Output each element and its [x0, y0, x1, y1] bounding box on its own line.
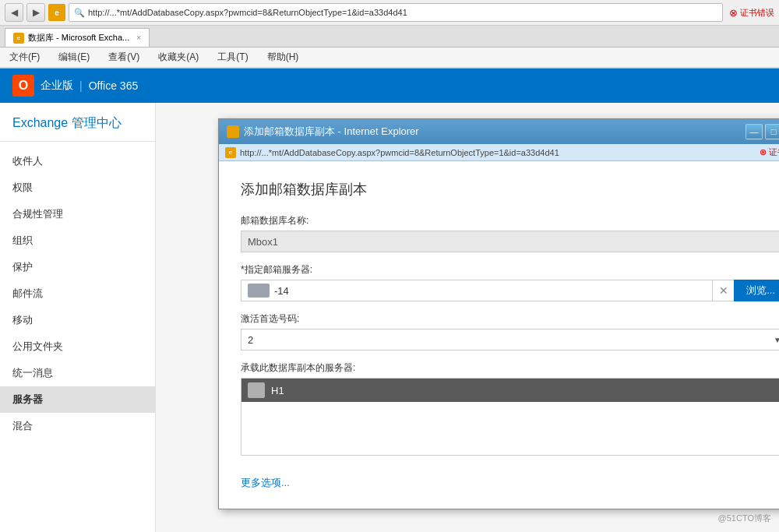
sidebar-item-protection[interactable]: 保护 [0, 254, 155, 280]
mailbox-server-group: *指定邮箱服务器: -14 ✕ 浏览... 使用此字段可选择要在其上添加新数据库… [241, 263, 779, 301]
servers-label: 承载此数据库副本的服务器: [241, 361, 779, 375]
db-name-label: 邮箱数据库名称: [241, 214, 779, 227]
tab-favicon: e [13, 33, 24, 44]
content-area: Exchange 管理中心 收件人 权限 合规性管理 组织 保护 邮件流 移动 … [0, 103, 779, 532]
server-value-icon [248, 284, 270, 298]
servers-group: 承载此数据库副本的服务器: H1 [241, 361, 779, 456]
main-panel: 添加邮箱数据库副本 - Internet Explorer — □ ✕ e ht… [156, 103, 779, 532]
menu-bar: 文件(F) 编辑(E) 查看(V) 收藏夹(A) 工具(T) 帮助(H) [0, 48, 779, 68]
dialog-content: 添加邮箱数据库副本 邮箱数据库名称: document.currentScrip… [219, 161, 779, 509]
cert-error-label: 证书错误 [740, 7, 774, 19]
dialog-title-text: 添加邮箱数据库副本 - Internet Explorer [244, 125, 419, 139]
watermark: @51CTO博客 [718, 513, 771, 524]
dialog-address-bar: e http://...*mt/AddDatabaseCopy.aspx?pwm… [219, 144, 779, 161]
browser-toolbar: ◀ ▶ e 🔍 http://...*mt/AddDatabaseCopy.as… [0, 0, 779, 26]
search-icon: 🔍 [74, 8, 85, 18]
dialog-form-title: 添加邮箱数据库副本 [241, 180, 779, 199]
sidebar-item-mobile[interactable]: 移动 [0, 307, 155, 333]
activation-select-wrapper: 1 2 3 4 5 [241, 329, 779, 351]
sidebar-item-organization[interactable]: 组织 [0, 227, 155, 254]
db-name-group: 邮箱数据库名称: document.currentScript.previous… [241, 214, 779, 252]
browser-chrome: ◀ ▶ e 🔍 http://...*mt/AddDatabaseCopy.as… [0, 0, 779, 69]
mailbox-server-value: -14 [274, 285, 289, 297]
server-item-name: H1 [271, 385, 284, 396]
sidebar-item-hybrid[interactable]: 混合 [0, 413, 155, 439]
dialog-minimize-button[interactable]: — [746, 124, 763, 139]
forward-button[interactable]: ▶ [26, 3, 45, 22]
add-database-copy-dialog: 添加邮箱数据库副本 - Internet Explorer — □ ✕ e ht… [218, 118, 779, 509]
tab-label: 数据库 - Microsoft Excha... [28, 32, 129, 44]
list-item[interactable]: H1 [241, 379, 779, 402]
activation-group: 激活首选号码: 1 2 3 4 5 [241, 312, 779, 351]
db-name-input [241, 231, 779, 252]
app-container: O 企业版 | Office 365 Exchange 管理中心 收件人 权限 … [0, 69, 779, 532]
server-list: H1 [241, 378, 779, 456]
address-url: http://...*mt/AddDatabaseCopy.aspx?pwmci… [88, 8, 717, 17]
browse-server-button[interactable]: 浏览... [734, 280, 779, 301]
dialog-titlebar: 添加邮箱数据库副本 - Internet Explorer — □ ✕ [219, 119, 779, 144]
tab-bar: e 数据库 - Microsoft Excha... × [0, 26, 779, 48]
dialog-maximize-button[interactable]: □ [765, 124, 779, 139]
menu-help[interactable]: 帮助(H) [264, 49, 302, 65]
edition-label: 企业版 [41, 79, 73, 93]
app-title: Exchange 管理中心 [0, 109, 155, 142]
sidebar-item-permissions[interactable]: 权限 [0, 174, 155, 201]
sidebar-item-mailflow[interactable]: 邮件流 [0, 280, 155, 307]
back-button[interactable]: ◀ [5, 3, 23, 22]
menu-view[interactable]: 查看(V) [105, 49, 143, 65]
browser-icon: e [48, 4, 65, 21]
sidebar-item-compliance[interactable]: 合规性管理 [0, 201, 155, 227]
menu-edit[interactable]: 编辑(E) [55, 49, 93, 65]
sidebar-item-um[interactable]: 统一消息 [0, 360, 155, 386]
cert-error-icon: ⊗ [729, 7, 738, 19]
header-divider: | [79, 79, 83, 92]
sidebar-item-publicfolders[interactable]: 公用文件夹 [0, 333, 155, 360]
app-header: O 企业版 | Office 365 [0, 69, 779, 103]
dialog-browser-icon: e [225, 147, 236, 158]
dialog-cert-error[interactable]: ⊗ 证书错误 [760, 146, 779, 158]
dialog-title: 添加邮箱数据库副本 - Internet Explorer [227, 125, 419, 139]
menu-file[interactable]: 文件(F) [6, 49, 43, 65]
address-bar[interactable]: 🔍 http://...*mt/AddDatabaseCopy.aspx?pwm… [69, 3, 723, 22]
mailbox-server-input-group: -14 ✕ 浏览... [241, 280, 779, 301]
product-label: Office 365 [89, 79, 139, 92]
activation-select[interactable]: 1 2 3 4 5 [241, 329, 779, 351]
sidebar: Exchange 管理中心 收件人 权限 合规性管理 组织 保护 邮件流 移动 … [0, 103, 156, 532]
dialog-title-icon [227, 125, 239, 138]
sidebar-item-recipients[interactable]: 收件人 [0, 148, 155, 174]
menu-favorites[interactable]: 收藏夹(A) [155, 49, 202, 65]
dialog-cert-label: 证书错误 [769, 146, 779, 158]
tab-close-button[interactable]: × [136, 33, 141, 42]
sidebar-item-servers[interactable]: 服务器 [0, 386, 155, 413]
cert-error-badge[interactable]: ⊗ 证书错误 [729, 7, 774, 19]
dialog-cert-icon: ⊗ [760, 147, 767, 157]
dialog-url: http://...*mt/AddDatabaseCopy.aspx?pwmci… [240, 148, 756, 157]
mailbox-server-display: -14 [241, 280, 712, 301]
activation-label: 激活首选号码: [241, 312, 779, 326]
more-options-link[interactable]: 更多选项... [241, 476, 290, 490]
menu-tools[interactable]: 工具(T) [214, 49, 251, 65]
browser-tab[interactable]: e 数据库 - Microsoft Excha... × [5, 28, 150, 47]
dialog-controls: — □ ✕ [746, 124, 779, 139]
mailbox-server-label: *指定邮箱服务器: [241, 263, 779, 277]
office-icon: O [12, 75, 34, 97]
server-item-icon [248, 382, 265, 398]
clear-server-button[interactable]: ✕ [712, 280, 734, 301]
